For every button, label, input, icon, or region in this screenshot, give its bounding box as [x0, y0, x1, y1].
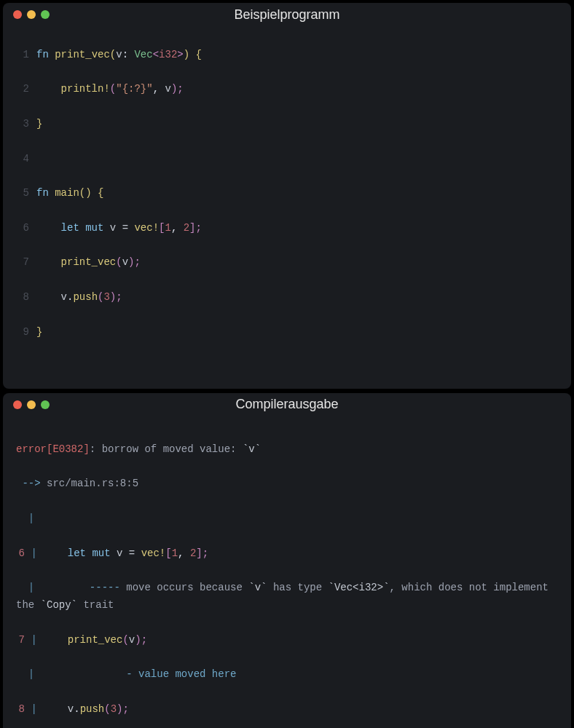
error-context-line: 6 | let mut v = vec![1, 2];: [16, 545, 558, 563]
code-line: 1fn print_vec(v: Vec<i32>) {: [16, 47, 558, 64]
window-title: Beispielprogramm: [3, 7, 571, 23]
code-line: 4: [16, 151, 558, 168]
line-number: 1: [16, 47, 29, 64]
source-location: --> src/main.rs:8:5: [16, 475, 558, 493]
close-icon[interactable]: [13, 400, 22, 409]
code-window: Beispielprogramm 1fn print_vec(v: Vec<i3…: [3, 3, 571, 389]
code-line: 6 let mut v = vec![1, 2];: [16, 220, 558, 237]
close-icon[interactable]: [13, 10, 22, 19]
traffic-lights: [13, 10, 50, 19]
error-context-line: 7 | print_vec(v);: [16, 632, 558, 649]
code-line: 2 println!("{:?}", v);: [16, 81, 558, 98]
code-line: 7 print_vec(v);: [16, 254, 558, 272]
compiler-output-window: Compilerausgabe error[E0382]: borrow of …: [3, 393, 571, 728]
line-number: 8: [16, 289, 29, 306]
error-annotation: | - value moved here: [16, 666, 558, 684]
error-annotation: | ----- move occurs because `v` has type…: [16, 579, 558, 614]
minimize-icon[interactable]: [27, 10, 36, 19]
code-line: 5fn main() {: [16, 185, 558, 202]
code-editor[interactable]: 1fn print_vec(v: Vec<i32>) { 2 println!(…: [3, 22, 571, 380]
line-number: 5: [16, 185, 29, 202]
line-number: 7: [16, 254, 29, 272]
error-context-line: 8 | v.push(3);: [16, 701, 558, 719]
line-number: 3: [16, 116, 29, 133]
titlebar: Beispielprogramm: [3, 3, 571, 22]
minimize-icon[interactable]: [27, 400, 36, 409]
line-number: 4: [16, 151, 29, 168]
code-line: 9}: [16, 324, 558, 341]
maximize-icon[interactable]: [41, 10, 50, 19]
code-line: 3}: [16, 116, 558, 133]
traffic-lights: [13, 400, 50, 409]
line-number: 6: [16, 220, 29, 237]
window-title: Compilerausgabe: [3, 397, 571, 412]
gutter-pipe: |: [16, 510, 558, 528]
error-header: error[E0382]: borrow of moved value: `v`: [16, 441, 558, 459]
maximize-icon[interactable]: [41, 400, 50, 409]
line-number: 2: [16, 81, 29, 98]
titlebar: Compilerausgabe: [3, 393, 571, 412]
code-line: 8 v.push(3);: [16, 289, 558, 306]
line-number: 9: [16, 324, 29, 341]
compiler-output[interactable]: error[E0382]: borrow of moved value: `v`…: [3, 412, 571, 728]
